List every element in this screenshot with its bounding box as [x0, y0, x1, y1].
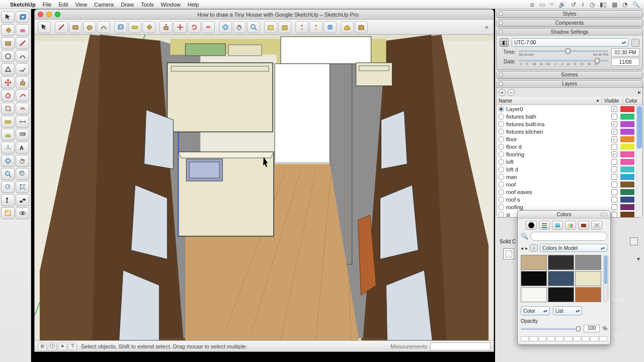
menu-tools[interactable]: Tools [141, 2, 154, 8]
layer-color-swatch[interactable] [620, 144, 634, 150]
layer-active-radio[interactable] [498, 189, 504, 195]
tb-add-location[interactable] [264, 21, 277, 33]
tape-measure-tool[interactable] [1, 116, 15, 128]
colors-search-input[interactable] [530, 232, 607, 241]
layer-row[interactable]: floor d [497, 143, 635, 150]
app-name[interactable]: SketchUp [10, 2, 36, 8]
opacity-value[interactable]: 100 [584, 325, 600, 332]
layer-active-radio[interactable] [498, 166, 504, 172]
time-value[interactable]: 01:30 PM [611, 48, 639, 56]
dropbox-icon[interactable]: ⧈ [530, 1, 534, 8]
color-swatch[interactable] [521, 271, 547, 286]
layer-active-radio[interactable] [498, 174, 504, 180]
tb-arc[interactable] [97, 21, 110, 33]
color-wells[interactable] [518, 335, 610, 344]
color-swatch[interactable] [548, 255, 574, 270]
colors-toolbar-toggle[interactable] [600, 213, 607, 216]
colors-library-select[interactable]: Colors In Model▴▾ [540, 244, 607, 252]
circle-tool[interactable] [1, 50, 15, 62]
layer-color-swatch[interactable] [620, 182, 634, 188]
color-wheel-tab[interactable] [526, 221, 537, 230]
layer-color-swatch[interactable] [620, 166, 634, 172]
layer-active-radio[interactable] [498, 182, 504, 188]
tb-line[interactable] [55, 21, 68, 33]
colors-nav-home[interactable]: ⌂ [530, 244, 538, 251]
battery-icon[interactable]: ▮▯ [600, 1, 607, 8]
orbit-tool[interactable] [1, 155, 15, 167]
color-brick-tab[interactable] [578, 221, 589, 230]
move-tool[interactable] [1, 76, 15, 88]
model-viewport[interactable] [35, 35, 494, 340]
color-swatch[interactable] [575, 271, 601, 286]
layer-active-radio[interactable] [498, 151, 504, 157]
menu-window[interactable]: Window [161, 2, 181, 8]
materials-menu-icon[interactable]: ▾ [637, 255, 640, 262]
layer-name[interactable]: loft [505, 159, 611, 165]
color-swatch[interactable] [548, 287, 574, 302]
layer-row[interactable]: fixtures built-ins ✓ [497, 120, 635, 128]
time-slider[interactable] [519, 48, 608, 54]
layer-name[interactable]: roof eaves [505, 189, 611, 195]
layer-visible-checkbox[interactable] [611, 144, 617, 150]
layer-active-radio[interactable] [498, 212, 504, 218]
pushpull-tool[interactable] [16, 76, 29, 88]
layer-visible-checkbox[interactable]: ✓ [611, 121, 617, 127]
tb-warehouse[interactable] [341, 21, 354, 33]
layer-active-radio[interactable] [498, 159, 504, 165]
color-list-select[interactable]: List▴▾ [553, 306, 582, 315]
colors-window[interactable]: Solid C Colors 🔍 ◂ ▸ ⌂ Colors In Model▴▾… [517, 210, 611, 345]
delete-layer-button[interactable]: − [508, 89, 515, 96]
layers-list[interactable]: Layer0 ✓ fixtures bath fixtures built-in… [497, 105, 635, 217]
display-icon[interactable]: ▭ [539, 1, 545, 8]
tb-make-component[interactable] [114, 21, 127, 33]
layer-row[interactable]: loft d [497, 165, 635, 173]
tb-offset[interactable] [202, 21, 215, 33]
section-plane-tool[interactable] [1, 207, 15, 219]
scale-tool[interactable] [1, 103, 15, 115]
menu-file[interactable]: File [43, 2, 52, 8]
tb-tape[interactable] [128, 21, 141, 33]
layer-color-swatch[interactable] [620, 204, 634, 210]
toolbar-overflow-icon[interactable]: » [485, 23, 491, 31]
tray-layers-title[interactable]: Layers [562, 81, 577, 86]
help-icon[interactable]: ? [68, 342, 77, 350]
layer-name[interactable]: floor [505, 136, 611, 142]
layer-visible-checkbox[interactable]: ✓ [611, 151, 617, 157]
dimension-tool[interactable] [16, 116, 29, 128]
layers-scrollbar[interactable] [636, 105, 642, 217]
freehand-tool[interactable] [16, 63, 29, 75]
layer-visible-checkbox[interactable] [611, 166, 617, 172]
layer-name[interactable]: fixtures bath [505, 114, 611, 120]
layer-active-radio[interactable] [498, 106, 504, 112]
layer-name[interactable]: roof [505, 182, 611, 188]
layer-name[interactable]: flooring [505, 151, 611, 157]
opacity-slider[interactable] [521, 326, 581, 331]
sync-icon[interactable]: ↺ [571, 1, 576, 8]
layer-name[interactable]: floor d [505, 144, 611, 150]
clock-icon[interactable]: ◔ [622, 1, 627, 8]
layer-active-radio[interactable] [498, 197, 504, 203]
tb-pushpull[interactable] [159, 21, 173, 33]
tb-move[interactable] [174, 21, 187, 33]
layer-active-radio[interactable] [498, 144, 504, 150]
layer-color-swatch[interactable] [620, 136, 634, 142]
layer-active-radio[interactable] [498, 136, 504, 142]
spotlight-icon[interactable]: 🔍 [632, 1, 640, 8]
layer-row[interactable]: roof [497, 180, 635, 188]
color-swatch[interactable] [548, 271, 574, 286]
layer-name[interactable]: loft d [505, 166, 611, 172]
tray-scenes-title[interactable]: Scenes [561, 72, 578, 77]
layer-name[interactable]: Layer0 [505, 106, 611, 112]
polygon-tool[interactable] [1, 63, 15, 75]
date-icon[interactable]: ▦ [612, 1, 617, 8]
colors-titlebar[interactable]: Colors [518, 211, 610, 219]
axes-tool[interactable] [1, 142, 15, 154]
layer-visible-checkbox[interactable] [611, 189, 617, 195]
volume-icon[interactable]: 🔊 [558, 1, 566, 8]
layer-color-swatch[interactable] [620, 151, 634, 157]
menu-camera[interactable]: Camera [94, 2, 114, 8]
tb-person2[interactable] [309, 21, 323, 33]
layer-row[interactable]: loft [497, 158, 635, 165]
layer-active-radio[interactable] [498, 129, 504, 135]
look-around-tool[interactable] [16, 207, 29, 219]
